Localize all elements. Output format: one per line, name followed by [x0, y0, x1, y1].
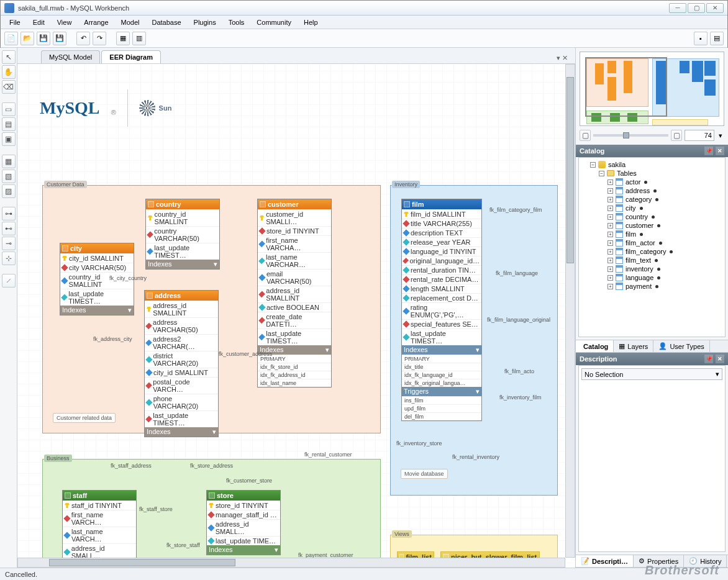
- description-panel-header: Description 📌✕: [576, 353, 728, 365]
- menu-community[interactable]: Community: [250, 16, 298, 29]
- fk-label: fk_film_acto: [504, 368, 534, 374]
- sun-icon: [139, 100, 155, 116]
- pointer-tool[interactable]: ↖: [2, 50, 16, 64]
- zoom-controls: ▢ ▢ ▾: [580, 130, 724, 141]
- save-button[interactable]: 💾: [37, 32, 50, 45]
- zoom-value-input[interactable]: [685, 130, 714, 141]
- menu-view[interactable]: View: [51, 16, 78, 29]
- main-toolbar: 📄 📂 💾 💾 ↶ ↷ ▦ ▥ ▪ ▤: [1, 29, 727, 48]
- relation-n-m-tool[interactable]: ⊸: [2, 237, 16, 250]
- menu-database[interactable]: Database: [145, 16, 187, 29]
- table-address[interactable]: addressaddress_id SMALLINTaddress VARCHA…: [144, 290, 219, 437]
- zoom-slider[interactable]: [593, 134, 668, 137]
- main-area: ↖ ✋ ⌫ ▭ ▤ ▣ ▦ ▧ ▨ ⊶ ⊷ ⊸ ⊹ ⟋ MySQL Model …: [0, 48, 728, 568]
- app-icon: [4, 3, 14, 13]
- menu-help[interactable]: Help: [298, 16, 324, 29]
- editor-tabs: MySQL Model EER Diagram ▾ ✕: [17, 48, 575, 64]
- subtab-description[interactable]: 📝 Descripti…: [576, 555, 634, 567]
- eer-canvas[interactable]: MySQL ® Sun Customer Data Customer relat…: [17, 64, 575, 568]
- tool-palette: ↖ ✋ ⌫ ▭ ▤ ▣ ▦ ▧ ▨ ⊶ ⊷ ⊸ ⊹ ⟋: [0, 48, 17, 568]
- fk-label: fk_film_language: [496, 270, 538, 276]
- save-as-button[interactable]: 💾: [53, 32, 66, 45]
- region-label: Views: [392, 530, 412, 538]
- tab-controls[interactable]: ▾ ✕: [553, 53, 571, 63]
- sun-logo: Sun: [139, 100, 172, 116]
- canvas-viewport[interactable]: MySQL ® Sun Customer Data Customer relat…: [17, 64, 575, 568]
- region-note: Customer related data: [53, 413, 116, 423]
- fk-label: fk_staff_store: [139, 506, 173, 512]
- relation-ident-tool[interactable]: ⊹: [2, 251, 16, 265]
- menu-edit[interactable]: Edit: [27, 16, 51, 29]
- canvas-vscrollbar[interactable]: [565, 64, 575, 558]
- fk-label: fk_inventory_film: [499, 394, 542, 401]
- zoom-100-button[interactable]: ▢: [671, 130, 682, 141]
- description-panel: No Selection▾: [578, 365, 726, 552]
- menu-file[interactable]: File: [3, 16, 27, 29]
- close-panel-icon[interactable]: ✕: [716, 355, 724, 363]
- table-staff[interactable]: staffstaff_id TINYINTfirst_name VARCH…la…: [62, 490, 137, 568]
- terminal-button[interactable]: ▪: [694, 32, 708, 45]
- fk-label: fk_inventory_store: [396, 440, 442, 446]
- pin-icon[interactable]: 📌: [704, 355, 713, 363]
- close-panel-icon[interactable]: ✕: [716, 147, 724, 155]
- region-label: Inventory: [392, 181, 420, 188]
- brand-logos: MySQL ® Sun: [40, 86, 232, 130]
- fk-label: fk_film_language_original: [487, 317, 550, 323]
- navigator-thumbnail[interactable]: [580, 52, 724, 126]
- fk-label: fk_film_category_film: [489, 207, 542, 213]
- tab-mysql-model[interactable]: MySQL Model: [41, 50, 100, 63]
- catalog-tree[interactable]: −sakila−Tables+actor+address+category+ci…: [578, 157, 726, 337]
- relation-1-1-tool[interactable]: ⊶: [2, 207, 16, 220]
- fk-label: fk_rental_inventory: [452, 454, 499, 460]
- watermark: Brothersoft: [645, 563, 719, 578]
- snap-button[interactable]: ▥: [132, 32, 146, 45]
- redo-button[interactable]: ↷: [93, 32, 106, 45]
- relation-existing-tool[interactable]: ⟋: [2, 274, 16, 288]
- menu-arrange[interactable]: Arrange: [78, 16, 114, 29]
- fk-label: fk_address_city: [93, 336, 132, 342]
- table-customer[interactable]: customercustomer_id SMALLI…store_id TINY…: [257, 199, 332, 387]
- maximize-button[interactable]: ▢: [688, 3, 705, 13]
- status-text: Cancelled.: [5, 571, 37, 578]
- mysql-logo: MySQL: [40, 98, 99, 118]
- menu-model[interactable]: Model: [115, 16, 146, 29]
- table-tool[interactable]: ▦: [2, 155, 16, 168]
- note-tool[interactable]: ▤: [2, 117, 16, 131]
- open-button[interactable]: 📂: [20, 32, 34, 45]
- subtab-usertypes[interactable]: 👤 User Types: [653, 340, 709, 352]
- region-label: Customer Data: [44, 181, 87, 188]
- layer-tool[interactable]: ▭: [2, 102, 16, 116]
- relation-1-n-tool[interactable]: ⊷: [2, 222, 16, 235]
- diagram-area: MySQL Model EER Diagram ▾ ✕ MySQL ® Sun: [17, 48, 575, 568]
- canvas-hscrollbar[interactable]: [17, 558, 565, 568]
- zoom-fit-button[interactable]: ▢: [580, 130, 591, 141]
- table-store[interactable]: storestore_id TINYINTmanager_staff_id …a…: [206, 490, 281, 555]
- eraser-tool[interactable]: ⌫: [2, 80, 16, 94]
- region-label: Business: [44, 455, 72, 462]
- panel-toggle-button[interactable]: ▤: [710, 32, 724, 45]
- tab-eer-diagram[interactable]: EER Diagram: [101, 50, 161, 63]
- zoom-dropdown[interactable]: ▾: [717, 132, 724, 140]
- minimize-button[interactable]: ─: [669, 3, 686, 13]
- fk-label: fk_customer_address: [219, 351, 272, 357]
- undo-button[interactable]: ↶: [76, 32, 90, 45]
- grid-toggle-button[interactable]: ▦: [116, 32, 130, 45]
- image-tool[interactable]: ▣: [2, 132, 16, 146]
- window-title: sakila_full.mwb - MySQL Workbench: [18, 4, 669, 12]
- menu-tools[interactable]: Tools: [222, 16, 251, 29]
- table-film[interactable]: filmfilm_id SMALLINTtitle VARCHAR(255)de…: [401, 199, 482, 421]
- fk-label: fk_rental_customer: [304, 451, 352, 458]
- menubar: FileEditViewArrangeModelDatabasePluginsT…: [1, 16, 727, 29]
- view-tool[interactable]: ▧: [2, 170, 16, 183]
- pin-icon[interactable]: 📌: [704, 147, 713, 155]
- new-file-button[interactable]: 📄: [4, 32, 18, 45]
- subtab-layers[interactable]: ▦ Layers: [614, 340, 653, 352]
- table-country[interactable]: countrycountry_id SMALLINTcountry VARCHA…: [145, 199, 220, 270]
- close-button[interactable]: ✕: [706, 3, 724, 13]
- menu-plugins[interactable]: Plugins: [188, 16, 222, 29]
- hand-tool[interactable]: ✋: [2, 65, 16, 79]
- selection-dropdown[interactable]: No Selection▾: [581, 368, 722, 380]
- routine-tool[interactable]: ▨: [2, 184, 16, 198]
- fk-label: fk_customer_store: [226, 478, 272, 484]
- subtab-catalog[interactable]: Catalog: [576, 340, 614, 352]
